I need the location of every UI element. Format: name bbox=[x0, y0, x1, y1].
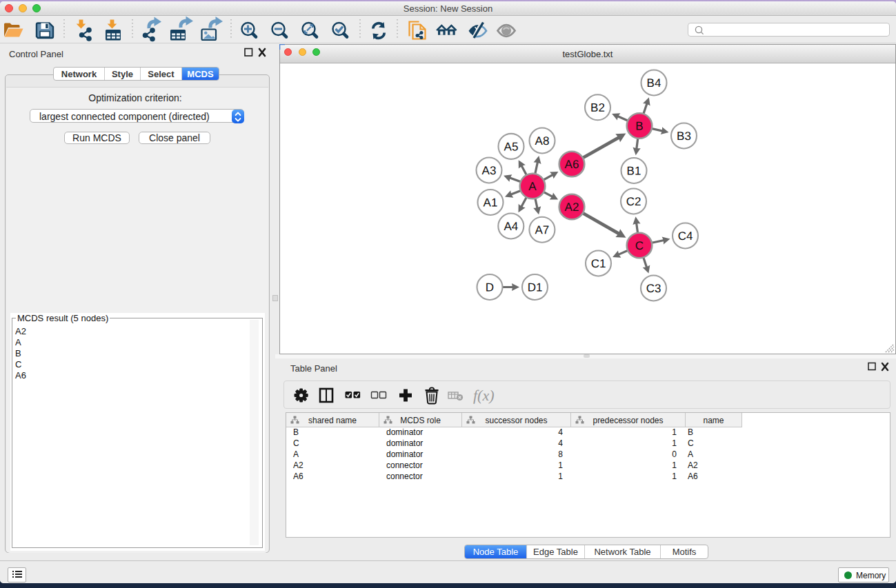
svg-text:A7: A7 bbox=[535, 223, 549, 236]
svg-text:A1: A1 bbox=[484, 196, 498, 209]
svg-text:A5: A5 bbox=[504, 140, 519, 153]
svg-text:C3: C3 bbox=[646, 282, 661, 295]
svg-text:B1: B1 bbox=[627, 164, 641, 177]
svg-text:A3: A3 bbox=[482, 164, 497, 177]
svg-text:A2: A2 bbox=[565, 201, 579, 214]
svg-text:C4: C4 bbox=[678, 230, 693, 243]
svg-text:B3: B3 bbox=[677, 130, 691, 143]
svg-text:f(x): f(x) bbox=[473, 387, 495, 404]
svg-text:C: C bbox=[635, 239, 644, 252]
svg-text:A4: A4 bbox=[504, 220, 518, 233]
svg-text:B2: B2 bbox=[590, 101, 605, 114]
svg-text:C1: C1 bbox=[591, 257, 606, 270]
svg-text:A: A bbox=[528, 180, 537, 193]
svg-text:D: D bbox=[486, 281, 494, 294]
svg-text:D1: D1 bbox=[528, 281, 543, 294]
svg-text:B: B bbox=[635, 119, 643, 132]
svg-text:A8: A8 bbox=[535, 134, 550, 148]
svg-text:B4: B4 bbox=[647, 77, 661, 90]
svg-text:A6: A6 bbox=[565, 158, 579, 171]
svg-text:C2: C2 bbox=[626, 195, 641, 208]
